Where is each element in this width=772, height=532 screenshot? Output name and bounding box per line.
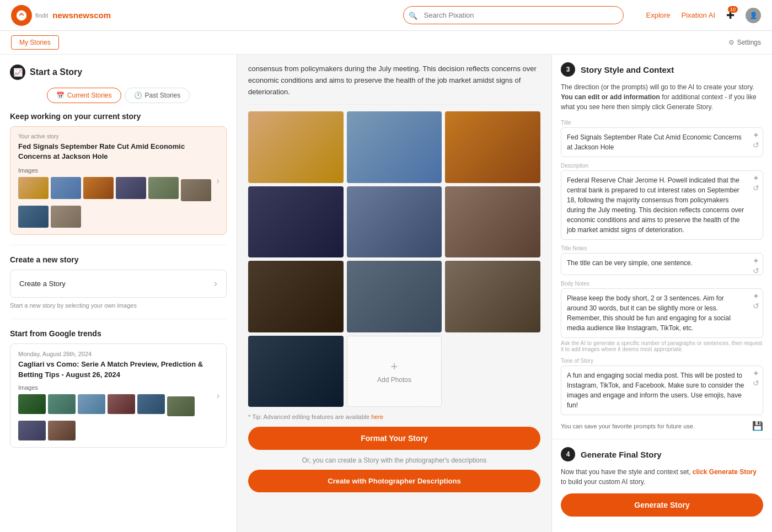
trend-images-label: Images (18, 384, 218, 391)
tone-field-value[interactable]: A fun and engaging social media post. Th… (561, 366, 763, 415)
notifications-button[interactable]: ✚ 10 (726, 9, 735, 22)
chevron-right-icon: › (217, 176, 219, 186)
create-story-card[interactable]: Create a Story › (10, 270, 227, 298)
body-notes-field-value[interactable]: Please keep the body short, 2 or 3 sente… (561, 288, 763, 338)
active-story-title: Fed Signals September Rate Cut Amid Econ… (18, 142, 218, 162)
story-thumb-7 (18, 206, 49, 228)
tab-current-stories[interactable]: 📅 Current Stories (47, 88, 121, 103)
title-field-label: Title (561, 120, 763, 126)
tone-field-actions: ✦ ↺ (752, 369, 760, 388)
search-input[interactable] (403, 6, 624, 24)
generate-intro: Now that you have the style and context … (561, 467, 763, 487)
trend-thumb-6 (167, 396, 195, 416)
title-notes-field-value[interactable]: The title can be very simple, one senten… (561, 253, 763, 275)
photo-10[interactable] (248, 336, 344, 407)
add-photos-cell[interactable]: + Add Photos (347, 336, 442, 407)
chevron-right-create-icon: › (214, 278, 217, 289)
style-intro: The direction (or the prompts) will go t… (561, 82, 763, 112)
google-trends-title: Start from Google trends (10, 329, 227, 338)
photo-5[interactable] (347, 186, 442, 258)
logo-prefix: findit (35, 12, 48, 19)
photo-8[interactable] (347, 261, 442, 332)
story-thumb-6 (181, 179, 211, 201)
story-description: consensus from policymakers during the J… (248, 55, 540, 105)
story-thumb-2 (51, 177, 81, 199)
header: findit newsnewscom 🔍 Explore Pixation AI… (0, 0, 772, 31)
trend-images (18, 394, 218, 440)
divider-1 (10, 245, 227, 245)
title-expand-button[interactable]: ✦ (752, 131, 760, 139)
body-notes-expand-button[interactable]: ✦ (752, 292, 760, 300)
active-story-label: Your active story (18, 133, 218, 139)
save-prompts-row: You can save your favorite prompts for f… (561, 421, 763, 431)
title-notes-field-actions: ✦ ↺ (752, 256, 760, 275)
settings-icon: ⚙ (728, 39, 735, 46)
photo-7[interactable] (248, 261, 344, 332)
chevron-right-trend-icon: › (217, 391, 219, 401)
story-thumb-1 (18, 177, 49, 199)
description-expand-button[interactable]: ✦ (752, 174, 760, 182)
description-field-value[interactable]: Federal Reserve Chair Jerome H. Powell i… (561, 170, 763, 240)
trend-thumb-7 (18, 421, 46, 440)
photo-4[interactable] (248, 186, 344, 257)
section-3-header: 3 Story Style and Context (561, 62, 763, 77)
pixation-ai-link[interactable]: Pixation AI (682, 11, 715, 19)
title-notes-field-label: Title Notes (561, 245, 763, 251)
trend-title: Cagliari vs Como: Serie A Match Preview,… (18, 359, 218, 379)
title-notes-reset-button[interactable]: ↺ (752, 266, 760, 275)
title-reset-button[interactable]: ↺ (752, 141, 760, 149)
start-story-icon: 📈 (10, 65, 25, 80)
tone-expand-button[interactable]: ✦ (752, 369, 760, 378)
body-notes-reset-button[interactable]: ↺ (752, 302, 760, 310)
logo-icon (11, 5, 32, 26)
logo-text: newsnewscom (52, 10, 111, 20)
trend-thumb-5 (137, 394, 165, 414)
photo-9[interactable] (445, 261, 540, 332)
create-story-name: Create a Story (19, 280, 66, 288)
active-story-card[interactable]: Your active story Fed Signals September … (10, 126, 227, 235)
calendar-icon: 📅 (56, 92, 65, 99)
explore-link[interactable]: Explore (646, 11, 670, 19)
title-notes-expand-button[interactable]: ✦ (752, 256, 760, 265)
tip-link[interactable]: here (371, 413, 383, 420)
trend-thumb-1 (18, 394, 46, 414)
title-field-value[interactable]: Fed Signals September Rate Cut Amid Econ… (561, 127, 763, 157)
my-stories-button[interactable]: My Stories (11, 35, 59, 50)
or-text: Or, you can create a Story with the phot… (248, 456, 540, 464)
body-notes-field-actions: ✦ ↺ (752, 292, 760, 310)
photo-6[interactable] (445, 186, 540, 258)
settings-button[interactable]: ⚙ Settings (728, 39, 761, 46)
tab-past-stories[interactable]: 🕐 Past Stories (125, 88, 190, 103)
trend-thumb-2 (48, 394, 76, 414)
section-4: 4 Generate Final Story Now that you have… (552, 439, 772, 524)
create-photographer-button[interactable]: Create with Photographer Descriptions (248, 470, 540, 492)
format-story-button[interactable]: Format Your Story (248, 427, 540, 450)
title-field-group: Title Fed Signals September Rate Cut Ami… (561, 120, 763, 157)
tone-field-group: Tone of Story A fun and engaging social … (561, 358, 763, 415)
search-icon: 🔍 (409, 11, 417, 19)
photo-2[interactable] (347, 111, 442, 183)
sub-header: My Stories ⚙ Settings (0, 31, 772, 55)
story-thumb-5 (148, 177, 179, 199)
section-3-number: 3 (561, 62, 575, 77)
section-3: 3 Story Style and Context The direction … (552, 55, 772, 439)
logo[interactable]: findit newsnewscom (11, 5, 111, 26)
body-notes-field-label: Body Notes (561, 281, 763, 287)
title-field-actions: ✦ ↺ (752, 131, 760, 149)
generate-story-link[interactable]: click Generate Story (693, 468, 757, 476)
divider-2 (10, 319, 227, 319)
tone-field-label: Tone of Story (561, 358, 763, 364)
description-field-group: Description Federal Reserve Chair Jerome… (561, 163, 763, 240)
save-icon[interactable]: 💾 (752, 421, 763, 431)
photo-3[interactable] (445, 111, 540, 183)
tone-reset-button[interactable]: ↺ (752, 379, 760, 388)
body-notes-hint: Ask the AI to generate a specific number… (561, 340, 763, 352)
description-reset-button[interactable]: ↺ (752, 184, 760, 192)
photo-1[interactable] (248, 111, 344, 182)
generate-story-button[interactable]: Generate Story (561, 493, 763, 517)
middle-panel: consensus from policymakers during the J… (237, 55, 551, 532)
avatar[interactable]: 👤 (746, 8, 761, 23)
body-notes-field-group: Body Notes Please keep the body short, 2… (561, 281, 763, 352)
header-nav: Explore Pixation AI ✚ 10 👤 (646, 8, 761, 23)
trend-card[interactable]: Monday, August 26th, 2024 Cagliari vs Co… (10, 343, 227, 447)
